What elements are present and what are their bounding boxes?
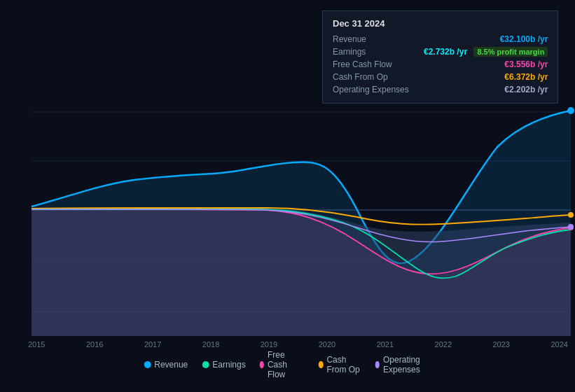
legend-cfo-label: Cash From Op bbox=[326, 355, 361, 374]
fcf-value: €3.556b /yr bbox=[504, 59, 548, 69]
opex-value: €2.202b /yr bbox=[504, 85, 548, 94]
x-label-2018: 2018 bbox=[202, 340, 219, 349]
x-label-2023: 2023 bbox=[493, 340, 510, 349]
x-label-2017: 2017 bbox=[144, 340, 161, 349]
revenue-label: Revenue bbox=[333, 34, 424, 44]
x-label-2015: 2015 bbox=[28, 340, 45, 349]
tooltip-cfo-row: Cash From Op €6.372b /yr bbox=[333, 71, 548, 83]
earnings-value: €2.732b /yr 8.5% profit margin bbox=[424, 47, 548, 57]
cfo-label: Cash From Op bbox=[333, 72, 424, 82]
x-label-2016: 2016 bbox=[86, 340, 103, 349]
tooltip-revenue-row: Revenue €32.100b /yr bbox=[333, 33, 548, 46]
legend-opex-label: Operating Expenses bbox=[383, 355, 431, 374]
tooltip-date: Dec 31 2024 bbox=[333, 18, 548, 29]
x-label-2021: 2021 bbox=[377, 340, 394, 349]
x-label-2019: 2019 bbox=[261, 340, 277, 349]
profit-margin-badge: 8.5% profit margin bbox=[473, 47, 548, 57]
earnings-label: Earnings bbox=[333, 47, 424, 57]
x-label-2024: 2024 bbox=[550, 340, 567, 349]
legend-earnings-label: Earnings bbox=[212, 360, 245, 370]
chart-svg bbox=[0, 105, 575, 336]
tooltip-fcf-row: Free Cash Flow €3.556b /yr bbox=[333, 58, 548, 71]
legend-earnings-dot bbox=[202, 361, 209, 368]
legend-opex-dot bbox=[375, 361, 380, 368]
tooltip-opex-row: Operating Expenses €2.202b /yr bbox=[333, 83, 548, 96]
legend-opex[interactable]: Operating Expenses bbox=[375, 355, 431, 374]
legend-fcf-label: Free Cash Flow bbox=[268, 350, 305, 379]
cfo-value: €6.372b /yr bbox=[504, 72, 548, 82]
x-label-2022: 2022 bbox=[435, 340, 452, 349]
legend-earnings[interactable]: Earnings bbox=[202, 360, 245, 370]
svg-point-8 bbox=[568, 212, 574, 218]
legend-revenue-dot bbox=[144, 361, 151, 368]
x-axis: 2015 2016 2017 2018 2019 2020 2021 2022 … bbox=[28, 340, 568, 349]
legend-fcf[interactable]: Free Cash Flow bbox=[260, 350, 305, 379]
opex-label: Operating Expenses bbox=[333, 85, 424, 94]
legend-fcf-dot bbox=[260, 361, 264, 368]
svg-point-7 bbox=[567, 107, 574, 114]
legend-revenue-label: Revenue bbox=[154, 360, 188, 370]
legend-revenue[interactable]: Revenue bbox=[144, 360, 188, 370]
fcf-label: Free Cash Flow bbox=[333, 59, 424, 69]
legend-cfo-dot bbox=[319, 361, 323, 368]
x-label-2020: 2020 bbox=[319, 340, 335, 349]
svg-point-10 bbox=[568, 224, 574, 230]
tooltip-earnings-row: Earnings €2.732b /yr 8.5% profit margin bbox=[333, 46, 548, 58]
chart-container: Dec 31 2024 Revenue €32.100b /yr Earning… bbox=[0, 0, 575, 392]
tooltip-card: Dec 31 2024 Revenue €32.100b /yr Earning… bbox=[322, 10, 558, 104]
chart-legend: Revenue Earnings Free Cash Flow Cash Fro… bbox=[144, 350, 431, 379]
legend-cfo[interactable]: Cash From Op bbox=[319, 355, 361, 374]
revenue-value: €32.100b /yr bbox=[500, 34, 548, 44]
